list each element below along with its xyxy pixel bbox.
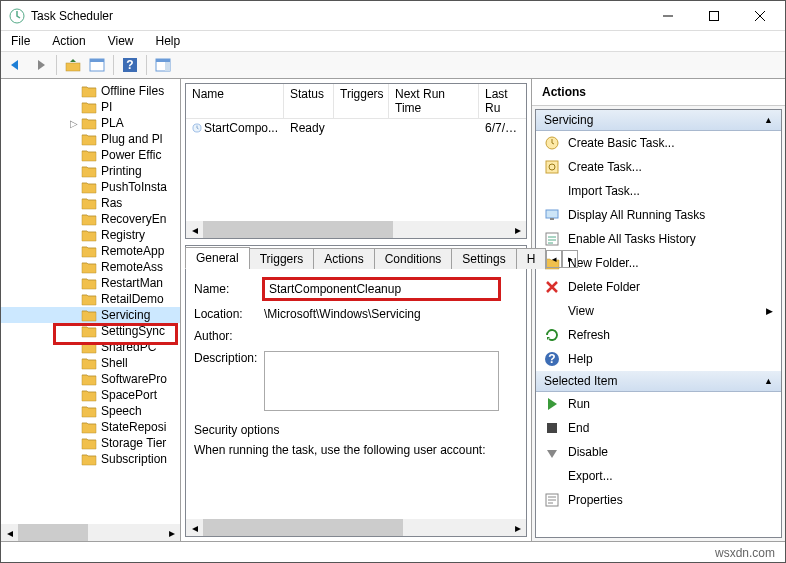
close-button[interactable] bbox=[737, 1, 783, 31]
tree-item-label: RestartMan bbox=[101, 276, 163, 290]
tab-conditions[interactable]: Conditions bbox=[374, 248, 453, 269]
action-label: Disable bbox=[568, 445, 608, 459]
tree-item[interactable]: Power Effic bbox=[1, 147, 180, 163]
tree-item[interactable]: SoftwarePro bbox=[1, 371, 180, 387]
tree-item-label: Registry bbox=[101, 228, 145, 242]
tab-general[interactable]: General bbox=[185, 247, 250, 269]
action-item[interactable]: Run bbox=[536, 392, 781, 416]
tree-item[interactable]: RecoveryEn bbox=[1, 211, 180, 227]
task-last-cell: 6/7/202 bbox=[479, 121, 526, 135]
tab-history[interactable]: H bbox=[516, 248, 547, 269]
tab-scroll-right[interactable]: ▸ bbox=[562, 250, 578, 268]
col-triggers[interactable]: Triggers bbox=[334, 84, 389, 118]
end-icon bbox=[544, 420, 560, 436]
col-next[interactable]: Next Run Time bbox=[389, 84, 479, 118]
action-label: Help bbox=[568, 352, 593, 366]
tree-item[interactable]: Storage Tier bbox=[1, 435, 180, 451]
collapse-icon[interactable]: ▲ bbox=[764, 376, 773, 386]
action-item[interactable]: Properties bbox=[536, 488, 781, 512]
task-row[interactable]: StartCompo... Ready 6/7/202 bbox=[186, 119, 526, 137]
action-item[interactable]: Create Task... bbox=[536, 155, 781, 179]
tree-item[interactable]: Servicing bbox=[1, 307, 180, 323]
blank-icon bbox=[544, 468, 560, 484]
up-button[interactable] bbox=[62, 54, 84, 76]
tab-scroll-left[interactable]: ◂ bbox=[546, 250, 562, 268]
task2-icon bbox=[544, 159, 560, 175]
tree-item[interactable]: Plug and Pl bbox=[1, 131, 180, 147]
tree-item[interactable]: RetailDemo bbox=[1, 291, 180, 307]
tab-actions[interactable]: Actions bbox=[313, 248, 374, 269]
action-label: Enable All Tasks History bbox=[568, 232, 696, 246]
tree-item[interactable]: ▷PLA bbox=[1, 115, 180, 131]
tree-item-label: Printing bbox=[101, 164, 142, 178]
minimize-button[interactable] bbox=[645, 1, 691, 31]
tree-item[interactable]: RemoteAss bbox=[1, 259, 180, 275]
tree-item-label: PushToInsta bbox=[101, 180, 167, 194]
menu-help[interactable]: Help bbox=[152, 32, 185, 50]
tree-item[interactable]: StateReposi bbox=[1, 419, 180, 435]
action-item[interactable]: Import Task... bbox=[536, 179, 781, 203]
enable-icon bbox=[544, 231, 560, 247]
maximize-button[interactable] bbox=[691, 1, 737, 31]
tree-item[interactable]: PushToInsta bbox=[1, 179, 180, 195]
blank-icon bbox=[544, 303, 560, 319]
menu-action[interactable]: Action bbox=[48, 32, 89, 50]
svg-rect-14 bbox=[546, 210, 558, 218]
toggle-pane-button[interactable] bbox=[86, 54, 108, 76]
tree-item[interactable]: PI bbox=[1, 99, 180, 115]
help-button[interactable]: ? bbox=[119, 54, 141, 76]
tree-item[interactable]: Printing bbox=[1, 163, 180, 179]
help-icon: ? bbox=[544, 351, 560, 367]
action-item[interactable]: Disable bbox=[536, 440, 781, 464]
tree-item[interactable]: Ras bbox=[1, 195, 180, 211]
forward-button[interactable] bbox=[29, 54, 51, 76]
tree-item[interactable]: SpacePort bbox=[1, 387, 180, 403]
action-label: Refresh bbox=[568, 328, 610, 342]
action-item[interactable]: Display All Running Tasks bbox=[536, 203, 781, 227]
show-pane-button[interactable] bbox=[152, 54, 174, 76]
action-item[interactable]: End bbox=[536, 416, 781, 440]
list-hscroll[interactable]: ◂ ▸ bbox=[186, 221, 526, 238]
action-item[interactable]: Refresh bbox=[536, 323, 781, 347]
scroll-left-icon[interactable]: ◂ bbox=[186, 519, 203, 536]
menu-view[interactable]: View bbox=[104, 32, 138, 50]
action-label: Create Task... bbox=[568, 160, 642, 174]
action-item[interactable]: Delete Folder bbox=[536, 275, 781, 299]
tree-item[interactable]: Subscription bbox=[1, 451, 180, 467]
scroll-right-icon[interactable]: ▸ bbox=[509, 519, 526, 536]
action-item[interactable]: Export... bbox=[536, 464, 781, 488]
tree-item[interactable]: Shell bbox=[1, 355, 180, 371]
actions-section-selected[interactable]: Selected Item ▲ bbox=[536, 371, 781, 392]
scroll-left-icon[interactable]: ◂ bbox=[186, 221, 203, 238]
scroll-left-icon[interactable]: ◂ bbox=[1, 524, 18, 541]
col-last[interactable]: Last Ru bbox=[479, 84, 526, 118]
action-item[interactable]: ?Help bbox=[536, 347, 781, 371]
scroll-right-icon[interactable]: ▸ bbox=[509, 221, 526, 238]
menu-file[interactable]: File bbox=[7, 32, 34, 50]
col-name[interactable]: Name bbox=[186, 84, 284, 118]
tree-item-label: StateReposi bbox=[101, 420, 166, 434]
author-label: Author: bbox=[194, 329, 264, 343]
scroll-right-icon[interactable]: ▸ bbox=[163, 524, 180, 541]
detail-hscroll[interactable]: ◂ ▸ bbox=[186, 519, 526, 536]
tab-settings[interactable]: Settings bbox=[451, 248, 516, 269]
chevron-right-icon[interactable]: ▷ bbox=[69, 118, 79, 129]
name-field[interactable]: StartComponentCleanup bbox=[264, 279, 499, 299]
tree-item[interactable]: RemoteApp bbox=[1, 243, 180, 259]
action-item[interactable]: View▶ bbox=[536, 299, 781, 323]
collapse-icon[interactable]: ▲ bbox=[764, 115, 773, 125]
tree-item[interactable]: Speech bbox=[1, 403, 180, 419]
tab-triggers[interactable]: Triggers bbox=[249, 248, 315, 269]
tree-item[interactable]: Registry bbox=[1, 227, 180, 243]
description-field[interactable] bbox=[264, 351, 499, 411]
col-status[interactable]: Status bbox=[284, 84, 334, 118]
back-button[interactable] bbox=[5, 54, 27, 76]
tree-item[interactable]: RestartMan bbox=[1, 275, 180, 291]
actions-section-servicing[interactable]: Servicing ▲ bbox=[536, 110, 781, 131]
blank-icon bbox=[544, 183, 560, 199]
tree-hscroll[interactable]: ◂ ▸ bbox=[1, 524, 180, 541]
task-status-cell: Ready bbox=[284, 121, 334, 135]
tree-item[interactable]: Offline Files bbox=[1, 83, 180, 99]
action-item[interactable]: Enable All Tasks History bbox=[536, 227, 781, 251]
action-item[interactable]: Create Basic Task... bbox=[536, 131, 781, 155]
